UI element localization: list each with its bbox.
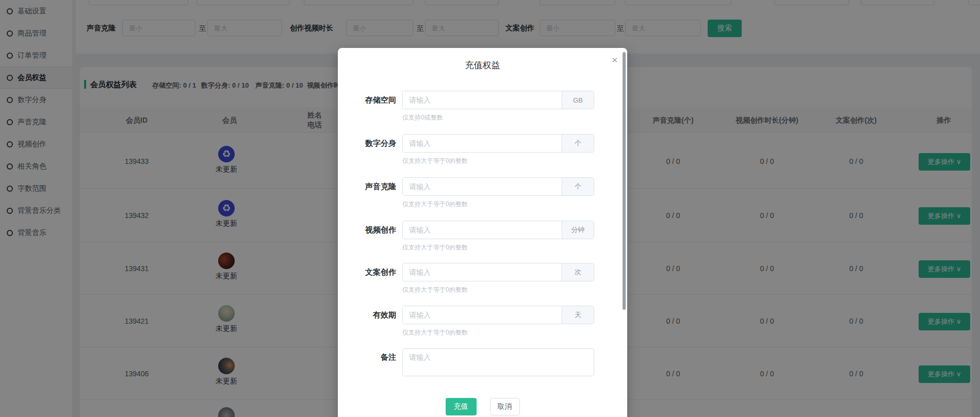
unit-times: 次 xyxy=(562,263,594,281)
unit-ge: 个 xyxy=(562,135,594,152)
validity-input-group: 天 xyxy=(402,306,594,324)
voice-clone-input[interactable] xyxy=(403,178,562,195)
storage-input-group: GB xyxy=(402,91,594,109)
copywriting-input-group: 次 xyxy=(402,263,594,281)
video-creation-hint: 仅支持大于等于0的整数 xyxy=(402,243,468,252)
storage-hint: 仅支持0或整数 xyxy=(402,113,443,122)
unit-days: 天 xyxy=(562,306,594,324)
unit-gb: GB xyxy=(562,91,594,109)
validity-label: 有效期 xyxy=(338,310,396,320)
video-creation-input[interactable] xyxy=(403,221,562,239)
voice-clone-input-group: 个 xyxy=(402,177,594,196)
copywriting-label: 文案创作 xyxy=(338,268,396,277)
unit-minutes: 分钟 xyxy=(562,221,594,239)
video-creation-input-group: 分钟 xyxy=(402,221,594,239)
voice-clone-hint: 仅支持大于等于0的整数 xyxy=(402,200,468,209)
digital-avatar-hint: 仅支持大于等于0的整数 xyxy=(402,157,468,165)
storage-input[interactable] xyxy=(403,91,562,109)
digital-avatar-label: 数字分身 xyxy=(338,139,396,148)
digital-avatar-input-group: 个 xyxy=(402,134,594,153)
validity-input[interactable] xyxy=(403,306,562,324)
recharge-confirm-button[interactable]: 充值 xyxy=(446,398,477,415)
voice-clone-label: 声音克隆 xyxy=(338,182,396,192)
modal-button-row: 充值 取消 xyxy=(338,398,627,415)
storage-label: 存储空间 xyxy=(338,95,396,105)
recharge-benefits-modal: 充值权益 ✕ 存储空间 GB 仅支持0或整数 数字分身 个 仅支持大于等于0的整… xyxy=(338,48,627,417)
cancel-button[interactable]: 取消 xyxy=(490,398,520,415)
validity-hint: 仅支持大于等于0的整数 xyxy=(402,328,468,337)
unit-ge: 个 xyxy=(562,178,594,195)
remark-label: 备注 xyxy=(338,353,396,362)
digital-avatar-input[interactable] xyxy=(403,135,562,152)
copywriting-input[interactable] xyxy=(403,263,562,281)
modal-scrollbar[interactable] xyxy=(623,52,626,310)
modal-title: 充值权益 xyxy=(338,59,627,71)
remark-textarea[interactable] xyxy=(402,348,594,376)
close-icon[interactable]: ✕ xyxy=(611,56,618,64)
copywriting-hint: 仅支持大于等于0的整数 xyxy=(402,286,468,294)
video-creation-label: 视频创作 xyxy=(338,225,396,235)
